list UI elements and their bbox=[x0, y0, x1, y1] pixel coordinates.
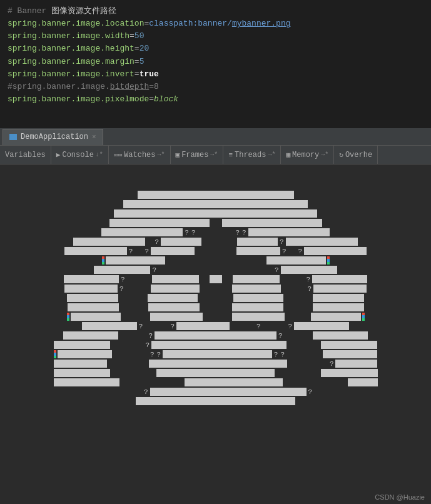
tab-app-icon bbox=[9, 134, 17, 140]
code-editor: # Banner 图像资源文件路径 spring.banner.image.lo… bbox=[0, 0, 431, 128]
console-icon: ▶ bbox=[56, 151, 61, 159]
debug-toolbar: Variables ▶ Console ↓* ∞∞ Watches →* ▣ F… bbox=[0, 146, 431, 164]
tab-bar: DemoApplication × bbox=[0, 128, 431, 146]
color-strip-bot-left bbox=[54, 350, 56, 358]
code-line-6: #spring.banner.image.bitdepth=8 bbox=[8, 81, 423, 93]
frames-button[interactable]: ▣ Frames →* bbox=[171, 146, 224, 164]
variables-button[interactable]: Variables bbox=[0, 146, 51, 164]
color-strip-left bbox=[102, 256, 104, 265]
code-line-1: spring.banner.image.location=classpath:b… bbox=[8, 18, 423, 30]
code-line-7: spring.banner.image.pixelmode=block bbox=[8, 93, 423, 106]
overhead-label: Overhe bbox=[345, 151, 372, 159]
overhead-button[interactable]: ↻ Overhe bbox=[334, 146, 378, 164]
watches-arrow: →* bbox=[158, 151, 165, 158]
color-strip-mid-right bbox=[362, 313, 365, 321]
memory-arrow: →* bbox=[321, 151, 328, 158]
threads-label: Threads bbox=[235, 151, 266, 159]
frames-icon: ▣ bbox=[176, 151, 180, 159]
banner-display: ?? ?? ? ? ? ? ? ? bbox=[0, 164, 431, 504]
threads-button[interactable]: ≡ Threads →* bbox=[223, 146, 281, 164]
threads-icon: ≡ bbox=[228, 151, 233, 159]
watches-icon: ∞∞ bbox=[114, 151, 122, 159]
code-line-comment: # Banner 图像资源文件路径 bbox=[8, 5, 423, 18]
code-line-5: spring.banner.image.invert=true bbox=[8, 68, 423, 81]
tab-label: DemoApplication bbox=[21, 133, 88, 141]
threads-arrow: →* bbox=[268, 151, 275, 158]
console-arrow: ↓* bbox=[96, 151, 103, 158]
frames-label: Frames bbox=[181, 151, 208, 159]
code-line-2: spring.banner.image.width=50 bbox=[8, 30, 423, 43]
memory-button[interactable]: ▦ Memory →* bbox=[281, 146, 334, 164]
frames-arrow: →* bbox=[210, 151, 218, 158]
watches-button[interactable]: ∞∞ Watches →* bbox=[109, 146, 171, 164]
memory-label: Memory bbox=[292, 151, 319, 159]
memory-icon: ▦ bbox=[286, 151, 290, 159]
color-strip-mid-left bbox=[67, 313, 69, 321]
overhead-icon: ↻ bbox=[339, 151, 343, 159]
color-strip-right bbox=[327, 256, 330, 265]
watches-label: Watches bbox=[124, 151, 155, 159]
console-button[interactable]: ▶ Console ↓* bbox=[51, 146, 109, 164]
tab-close-button[interactable]: × bbox=[92, 133, 96, 141]
tab-demo-application[interactable]: DemoApplication × bbox=[3, 129, 103, 145]
code-line-4: spring.banner.image.margin=5 bbox=[8, 56, 423, 68]
spring-logo-banner: ?? ?? ? ? ? ? ? ? bbox=[53, 184, 378, 478]
console-label: Console bbox=[62, 151, 93, 159]
code-line-3: spring.banner.image.height=20 bbox=[8, 43, 423, 55]
watermark: CSDN @Huazie bbox=[375, 493, 425, 501]
variables-label: Variables bbox=[5, 151, 46, 159]
